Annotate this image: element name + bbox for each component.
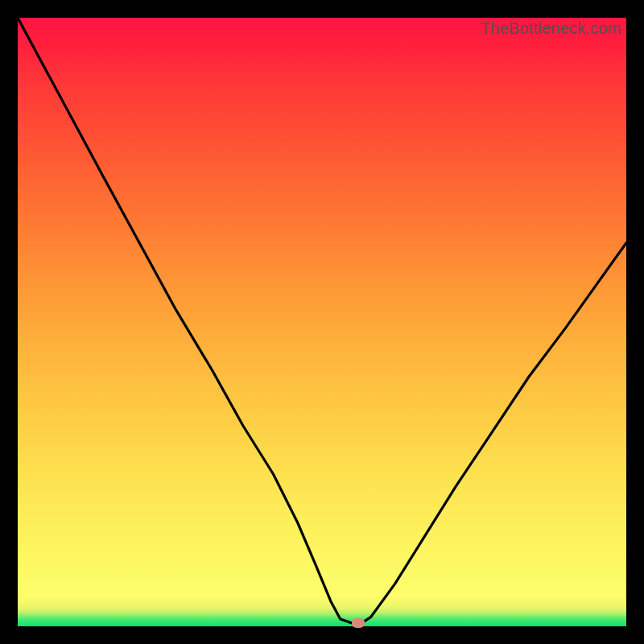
bottleneck-curve bbox=[18, 18, 626, 626]
watermark-text: TheBottleneck.com bbox=[481, 19, 621, 38]
chart-frame: TheBottleneck.com bbox=[0, 0, 644, 644]
optimal-marker bbox=[352, 618, 365, 628]
chart-plot-area: TheBottleneck.com bbox=[18, 18, 626, 626]
